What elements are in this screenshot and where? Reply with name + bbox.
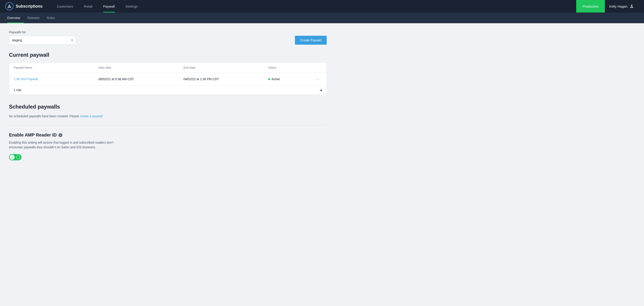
scheduled-empty-text: No scheduled paywalls have been created.… bbox=[9, 114, 327, 118]
subnav-rules[interactable]: Rules bbox=[43, 12, 58, 23]
paywall-table: Paywall Name Start date End Date Status … bbox=[9, 63, 327, 95]
app-title: Subscriptions bbox=[16, 4, 42, 9]
subnav-rulesets[interactable]: Rulesets bbox=[24, 12, 43, 23]
user-area[interactable]: Kelly Hagan bbox=[605, 0, 639, 12]
start-date-value: 08/02/21 at 9:36 AM CDT bbox=[98, 77, 183, 81]
status-label: Active bbox=[272, 77, 280, 81]
scheduled-paywalls-title: Scheduled paywalls bbox=[9, 104, 327, 110]
end-date-value: 04/02/22 at 1:30 PM CDT bbox=[184, 77, 268, 81]
amp-section: Enable AMP Reader ID i Enabling this set… bbox=[9, 133, 327, 160]
amp-description: Enabling this setting will assure that l… bbox=[9, 140, 125, 150]
amp-title-text: Enable AMP Reader ID bbox=[9, 133, 56, 138]
col-header-status: Status bbox=[268, 66, 313, 69]
table-row: 1.56 Test Paywall 08/02/21 at 9:36 AM CD… bbox=[9, 73, 326, 85]
production-button[interactable]: Production bbox=[576, 0, 605, 12]
paywall-name-link[interactable]: 1.56 Test Paywall bbox=[14, 77, 98, 81]
col-header-end: End Date bbox=[184, 66, 268, 69]
logo-area: Subscriptions bbox=[5, 2, 42, 10]
app-logo-icon bbox=[5, 2, 14, 10]
col-header-name: Paywall Name bbox=[14, 66, 98, 69]
paywalls-for-label: Paywalls for bbox=[9, 30, 327, 34]
filter-row: staging production ▼ Create Paywall bbox=[9, 36, 327, 45]
main-content: Paywalls for staging production ▼ Create… bbox=[0, 23, 336, 167]
nav-customers[interactable]: Customers bbox=[52, 0, 78, 12]
col-header-start: Start date bbox=[98, 66, 183, 69]
nav-links: Customers Retail Paywall Settings bbox=[52, 0, 576, 12]
svg-point-3 bbox=[631, 5, 632, 6]
create-paywall-button[interactable]: Create Paywall bbox=[295, 36, 327, 45]
user-icon bbox=[629, 4, 634, 9]
subnav-overview[interactable]: Overview bbox=[7, 12, 24, 23]
paywalls-for-select[interactable]: staging production bbox=[9, 36, 76, 45]
nav-paywall[interactable]: Paywall bbox=[98, 0, 120, 12]
toggle-off-circle bbox=[16, 155, 20, 159]
select-wrapper: staging production ▼ bbox=[9, 36, 76, 45]
info-icon[interactable]: i bbox=[58, 133, 62, 137]
table-header-row: Paywall Name Start date End Date Status bbox=[9, 63, 326, 73]
create-a-paywall-link[interactable]: create a paywall bbox=[80, 114, 103, 118]
amp-title-area: Enable AMP Reader ID i bbox=[9, 133, 327, 138]
nav-retail[interactable]: Retail bbox=[78, 0, 98, 12]
amp-toggle[interactable]: ✓ bbox=[9, 154, 22, 160]
top-nav: Subscriptions Customers Retail Paywall S… bbox=[0, 0, 644, 12]
section-divider bbox=[9, 125, 327, 125]
scheduled-empty-prefix: No scheduled paywalls have been created.… bbox=[9, 114, 80, 118]
toggle-thumb: ✓ bbox=[10, 155, 14, 160]
nav-right: Production Kelly Hagan bbox=[576, 0, 639, 12]
rule-count-label: 1 rule bbox=[14, 88, 22, 92]
nav-settings[interactable]: Settings bbox=[120, 0, 143, 12]
scheduled-paywalls-section: Scheduled paywalls No scheduled paywalls… bbox=[9, 104, 327, 118]
toggle-container: ✓ bbox=[9, 154, 327, 160]
rule-row: 1 rule ◀ bbox=[9, 85, 326, 95]
sub-nav: Overview Rulesets Rules bbox=[0, 12, 644, 23]
col-header-actions bbox=[313, 66, 322, 69]
current-paywall-title: Current paywall bbox=[9, 52, 327, 58]
more-options-button[interactable]: ··· bbox=[313, 76, 322, 82]
toggle-check-icon: ✓ bbox=[11, 156, 13, 159]
status-active-dot bbox=[268, 78, 270, 80]
chevron-left-icon: ◀ bbox=[320, 88, 322, 92]
status-cell: Active bbox=[268, 77, 313, 81]
user-name: Kelly Hagan bbox=[609, 4, 628, 8]
